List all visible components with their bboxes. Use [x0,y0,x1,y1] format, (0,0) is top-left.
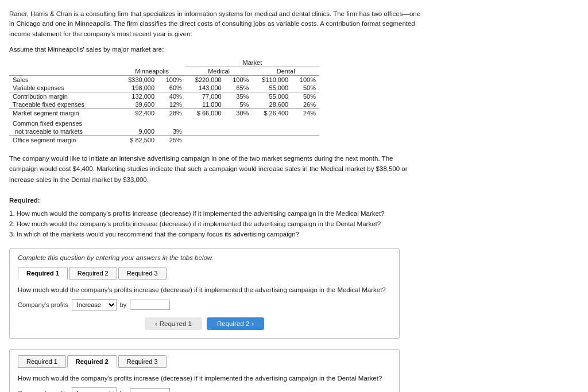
panel-2: Required 1 Required 2 Required 3 How muc… [9,349,400,392]
row-msm-med-pct: 30% [225,108,253,117]
col-dental: Dental [252,67,319,75]
tab-required2-p1[interactable]: Required 2 [69,267,117,280]
panel1-amount-input[interactable] [130,300,170,310]
row-varexp-med-val: 143,000 [185,84,225,92]
panel2-increase-select[interactable]: Increase Decrease [72,387,117,392]
row-cm-mpls-val: 132,000 [118,92,158,100]
market-header: Market [185,59,319,67]
panel1-increase-select[interactable]: Increase Decrease [72,299,117,311]
panel1-prev-btn[interactable]: Required 1 [145,317,202,330]
office-segment-pct: 25% [158,135,185,144]
row-msm-den-pct: 24% [292,108,319,117]
row-varexp-den-val: 55,000 [252,84,292,92]
required-label: Required: [9,195,423,205]
tab-required3-p1[interactable]: Required 3 [118,267,167,280]
question-intro: The company would like to initiate an in… [9,153,423,240]
panel1-answer-row: Company's profits Increase Decrease by [18,299,391,311]
row-sales-den-pct: 100% [292,75,319,84]
required-item-2: 2. How much would the company's profits … [9,219,423,229]
row-varexp-den-pct: 50% [292,84,319,92]
row-tfe-label: Traceable fixed expenses [9,100,118,109]
row-tfe-den-val: 28,600 [252,100,292,109]
row-sales-label: Sales [9,75,118,84]
tab-required2-p2[interactable]: Required 2 [67,355,117,368]
not-traceable-val: 9,000 [118,127,158,136]
panel2-question: How much would the company's profits inc… [18,374,391,383]
required-item-3: 3. In which of the markets would you rec… [9,229,423,239]
row-cm-den-val: 55,000 [252,92,292,100]
panel2-answer-row: Company's profits Increase Decrease by [18,387,391,392]
row-sales-den-val: $110,000 [252,75,292,84]
office-segment-val: $ 82,500 [118,135,158,144]
row-varexp-med-pct: 65% [225,84,253,92]
row-cm-med-val: 77,000 [185,92,225,100]
panel-instruction: Complete this question by entering your … [18,254,391,261]
panel1-prev-label: Required 1 [160,320,192,327]
common-fixed-label: Common fixed expenses [9,119,118,127]
income-statement-table: Market Minneapolis Medical Dental Sales … [9,59,579,144]
required-item-1: 1. How much would the company's profits … [9,208,423,219]
row-varexp-label: Variable expenses [9,84,118,92]
panel1-next-label: Required 2 [217,320,249,327]
tab-required1-p1[interactable]: Required 1 [18,267,68,280]
row-sales-mpls-pct: 100% [158,75,185,84]
panel1-question: How much would the company's profits inc… [18,285,391,294]
row-tfe-med-pct: 5% [225,100,253,109]
row-msm-mpls-pct: 28% [158,108,185,117]
panel1-nav: Required 1 Required 2 [18,317,391,330]
row-msm-mpls-val: 92,400 [118,108,158,117]
row-msm-label: Market segment margin [9,108,118,117]
col-medical: Medical [185,67,253,75]
row-tfe-mpls-pct: 12% [158,100,185,109]
panel-1: Complete this question by entering your … [9,248,400,339]
row-cm-den-pct: 50% [292,92,319,100]
tab-required3-p2[interactable]: Required 3 [118,355,167,368]
panel1-tabs: Required 1 Required 2 Required 3 [18,267,391,280]
panel2-answer-label: Company's profits [18,390,68,392]
row-tfe-den-pct: 26% [292,100,319,109]
row-sales-med-val: $220,000 [185,75,225,84]
assume-text: Assume that Minneapolis' sales by major … [9,46,579,53]
row-varexp-mpls-val: 198,000 [118,84,158,92]
row-msm-med-val: $ 66,000 [185,108,225,117]
intro-paragraph: Raner, Harris & Chan is a consulting fir… [9,9,423,39]
row-cm-mpls-pct: 40% [158,92,185,100]
panel2-amount-input[interactable] [130,388,170,392]
row-sales-mpls-val: $330,000 [118,75,158,84]
row-cm-med-pct: 35% [225,92,253,100]
not-traceable-pct: 3% [158,127,185,136]
tab-required1-p2[interactable]: Required 1 [18,355,66,368]
question-paragraph: The company would like to initiate an in… [9,153,423,185]
panel1-answer-label: Company's profits [18,301,68,308]
col-minneapolis: Minneapolis [118,67,185,75]
chevron-left-icon [155,320,157,327]
panel1-next-btn[interactable]: Required 2 [207,317,264,330]
not-traceable-label: not traceable to markets [9,127,118,136]
panel1-by-label: by [120,301,127,308]
panel2-by-label: by [120,390,127,392]
office-segment-label: Office segment margin [9,135,118,144]
panel2-tabs: Required 1 Required 2 Required 3 [18,355,391,368]
chevron-right-icon [252,320,254,327]
row-msm-den-val: $ 26,400 [252,108,292,117]
row-tfe-mpls-val: 39,600 [118,100,158,109]
row-sales-med-pct: 100% [225,75,253,84]
row-tfe-med-val: 11,000 [185,100,225,109]
row-cm-label: Contribution margin [9,92,118,100]
row-varexp-mpls-pct: 60% [158,84,185,92]
